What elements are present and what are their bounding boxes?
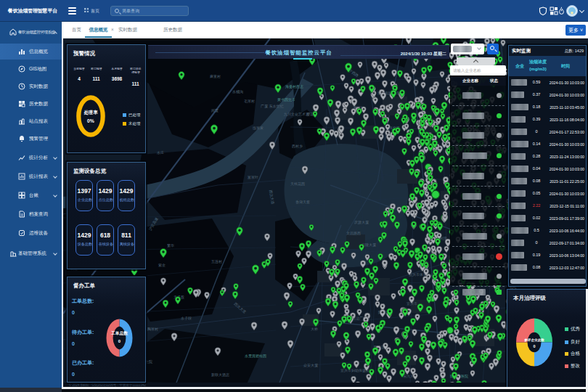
svg-text:海晏村西店: 海晏村西店 <box>285 84 303 89</box>
svg-text:水景观碧桂园: 水景观碧桂园 <box>245 354 266 359</box>
svg-text:新联大酒店: 新联大酒店 <box>211 372 229 377</box>
svg-text:0%: 0% <box>87 118 94 123</box>
svg-text:毛家村: 毛家村 <box>244 99 255 104</box>
svg-text:麻里村: 麻里村 <box>210 74 221 79</box>
svg-text:大桥: 大桥 <box>311 327 318 331</box>
svg-text:广厦 东水世纪: 广厦 东水世纪 <box>261 104 283 109</box>
svg-text:西村乡: 西村乡 <box>292 144 303 149</box>
svg-text:众安大厦: 众安大厦 <box>303 363 318 368</box>
svg-text:工单总数: 工单总数 <box>110 330 128 336</box>
svg-text:0: 0 <box>533 344 535 348</box>
svg-text:紫金: 紫金 <box>158 263 166 267</box>
svg-text:0: 0 <box>118 339 121 343</box>
svg-text:闲置: 闲置 <box>211 108 219 113</box>
svg-text:富家叶: 富家叶 <box>248 175 258 179</box>
svg-text:香湖天窗: 香湖天窗 <box>295 200 310 205</box>
svg-text:处理率: 处理率 <box>84 110 99 115</box>
svg-text:繁华: 繁华 <box>167 243 174 248</box>
svg-text:陶家村: 陶家村 <box>147 327 158 332</box>
svg-text:徐家发: 徐家发 <box>252 126 264 131</box>
svg-text:天线花园: 天线花园 <box>290 181 305 187</box>
svg-text:水子段: 水子段 <box>181 316 192 321</box>
svg-text:庆源大厦: 庆源大厦 <box>354 220 369 225</box>
svg-text:黄书园北市: 黄书园北市 <box>277 97 295 102</box>
svg-text:五连村: 五连村 <box>211 259 222 264</box>
svg-text:文昌路西: 文昌路西 <box>346 231 361 236</box>
svg-text:九川文化艺术宫: 九川文化艺术宫 <box>284 112 309 117</box>
svg-text:水桶沟: 水桶沟 <box>232 89 243 94</box>
svg-text:水庄: 水庄 <box>157 150 164 155</box>
